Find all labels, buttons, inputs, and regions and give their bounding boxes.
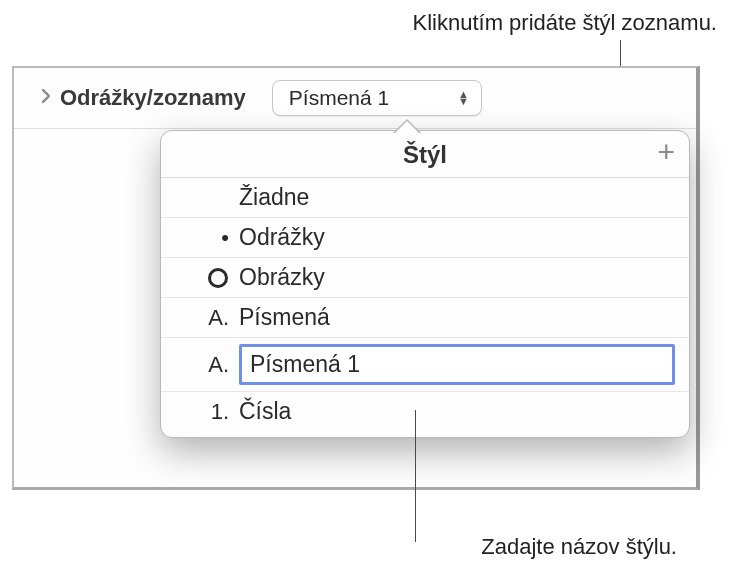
style-name-input[interactable] — [239, 344, 675, 385]
style-row-none[interactable]: Žiadne — [161, 178, 689, 218]
style-row-images[interactable]: Obrázky — [161, 258, 689, 298]
style-name: Písmená — [239, 304, 675, 331]
style-list: Žiadne Odrážky Obrázky A. Písmená A. — [161, 178, 689, 437]
svg-point-0 — [210, 269, 227, 286]
popover-title-text: Štýl — [403, 141, 447, 168]
popover-title: Štýl + — [161, 131, 689, 178]
list-style-dropdown[interactable]: Písmená 1 ▲▼ — [272, 80, 482, 116]
callout-line-bottom — [415, 410, 416, 542]
dropdown-value: Písmená 1 — [289, 86, 389, 110]
letter-marker: A. — [189, 305, 229, 331]
number-marker: 1. — [189, 399, 229, 425]
callout-enter-name: Zadajte názov štýlu. — [481, 534, 677, 560]
style-name: Obrázky — [239, 264, 675, 291]
bullet-icon — [189, 225, 229, 251]
style-row-numbers[interactable]: 1. Čísla — [161, 392, 689, 437]
style-name: Odrážky — [239, 224, 675, 251]
style-name: Čísla — [239, 398, 675, 425]
style-popover: Štýl + Žiadne Odrážky Obrázky A. Písmená — [160, 130, 690, 438]
section-label: Odrážky/zoznamy — [60, 85, 246, 111]
letter-marker: A. — [189, 352, 229, 378]
style-row-letters[interactable]: A. Písmená — [161, 298, 689, 338]
style-name: Žiadne — [239, 184, 675, 211]
callout-add-style: Kliknutím pridáte štýl zoznamu. — [413, 10, 717, 36]
style-row-bullets[interactable]: Odrážky — [161, 218, 689, 258]
add-style-button[interactable]: + — [657, 137, 675, 167]
updown-chevron-icon: ▲▼ — [458, 91, 469, 105]
inspector-panel: Odrážky/zoznamy Písmená 1 ▲▼ Štýl + Žiad… — [12, 66, 700, 490]
bullets-lists-row: Odrážky/zoznamy Písmená 1 ▲▼ — [14, 68, 696, 129]
chevron-right-icon[interactable] — [40, 88, 52, 109]
circle-icon — [189, 267, 229, 289]
style-row-letters-1[interactable]: A. — [161, 338, 689, 392]
